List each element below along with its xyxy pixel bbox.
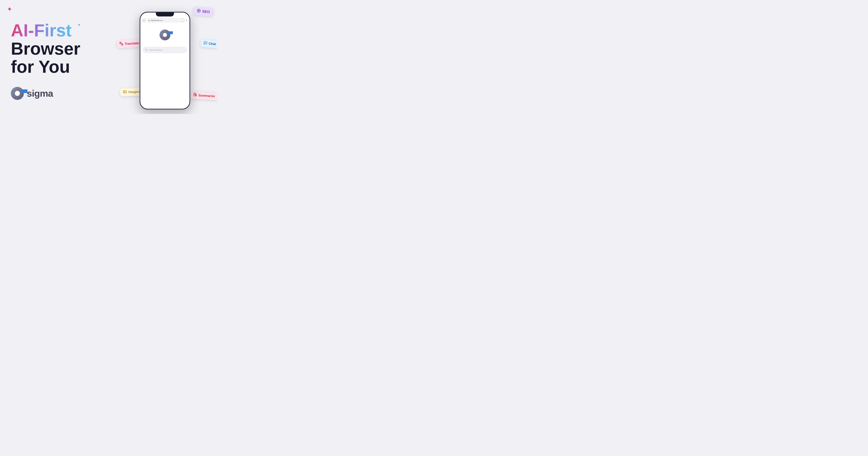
chip-seo[interactable]: SEO <box>193 6 214 17</box>
browser-tab-button[interactable]: 1 <box>181 19 184 22</box>
headline-line1: AI-First ✦ <box>11 21 72 39</box>
headline: AI-First ✦ Browser for You <box>11 21 105 76</box>
chip-images-label: Images <box>128 90 140 94</box>
svg-point-3 <box>205 42 205 43</box>
headline-line2: Browser for You <box>11 39 105 76</box>
chip-chat-label: Chat <box>209 42 216 46</box>
chip-summarize-label: Summarize <box>198 93 215 98</box>
browser-url-text: sigmabrowser.com <box>151 20 163 21</box>
chat-icon <box>203 41 208 46</box>
summarize-icon <box>193 93 197 98</box>
sigma-circle-inner <box>15 91 20 96</box>
phone-screen: 🔒 sigmabrowser.com 1 ⋮ <box>140 12 189 109</box>
search-placeholder-text: Ask AI anything <box>150 49 162 51</box>
sigma-icon <box>11 87 24 100</box>
phone-sigma-circle <box>159 29 170 40</box>
svg-point-5 <box>206 42 206 43</box>
left-content: AI-First ✦ Browser for You sigma <box>0 7 113 107</box>
chip-summarize[interactable]: Summarize <box>190 91 217 100</box>
chip-chat[interactable]: Chat <box>200 39 217 48</box>
browser-home-button[interactable] <box>142 19 146 22</box>
phone-sigma-area <box>140 24 189 44</box>
phone-mockup: 🔒 sigmabrowser.com 1 ⋮ <box>140 12 190 110</box>
tab-count: 1 <box>182 20 183 21</box>
chip-translate-label: Translate <box>125 41 139 46</box>
phone-sigma-bar-blue <box>168 31 173 34</box>
lock-icon: 🔒 <box>148 20 150 21</box>
svg-rect-6 <box>123 90 127 93</box>
chip-images[interactable]: Images <box>120 88 143 96</box>
star-blue-small: ✦ <box>78 23 81 27</box>
browser-url-bar[interactable]: 🔒 sigmabrowser.com <box>147 18 179 23</box>
sigma-wordmark: sigma <box>27 88 53 99</box>
browser-menu-dots[interactable]: ⋮ <box>185 19 188 22</box>
hero-container: ✦ AI-First ✦ Browser for You sigma <box>0 0 217 114</box>
sigma-circle-outer <box>11 87 24 100</box>
phone-sigma-icon <box>159 29 170 40</box>
phone-sigma-inner <box>163 33 167 37</box>
search-icon <box>145 49 147 51</box>
images-icon <box>123 90 127 95</box>
phone-notch <box>156 12 174 17</box>
chip-seo-label: SEO <box>202 9 210 14</box>
phone-browser-bar: 🔒 sigmabrowser.com 1 ⋮ <box>140 17 189 24</box>
seo-icon <box>196 9 201 14</box>
translate-icon <box>119 41 123 47</box>
svg-point-4 <box>205 42 206 43</box>
right-content: SEO Translate <box>113 0 217 114</box>
sigma-blue-bar <box>22 89 28 93</box>
headline-line1-text: AI-First <box>11 21 72 40</box>
sigma-logo: sigma <box>11 87 105 100</box>
chip-translate[interactable]: Translate <box>116 39 142 48</box>
phone-search-bar[interactable]: Ask AI anything <box>143 47 187 53</box>
